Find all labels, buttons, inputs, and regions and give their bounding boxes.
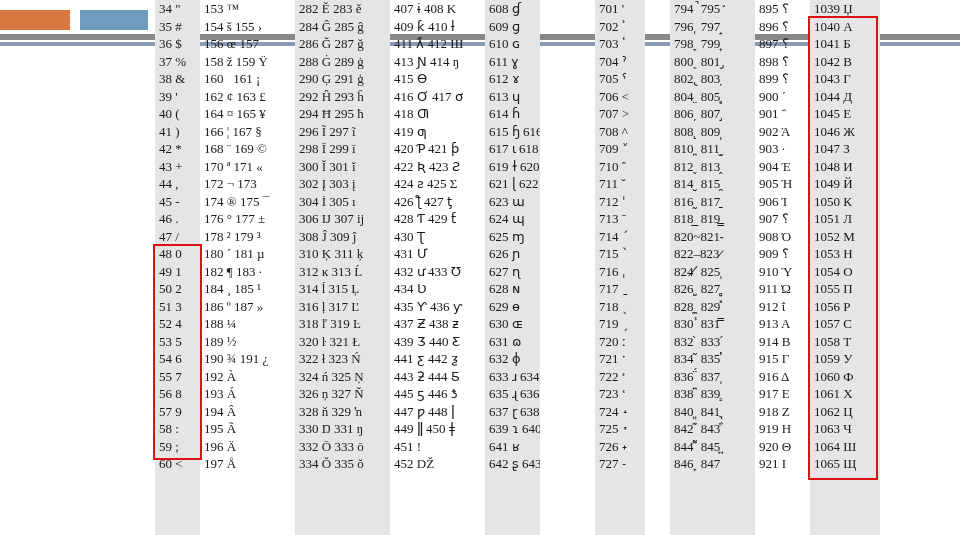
cell-c9-24: 919 Η xyxy=(755,420,810,438)
cell-c9-5: 900 ΄ xyxy=(755,88,810,106)
cell-c6-23: 724 ˔ xyxy=(595,403,645,421)
cell-c5-11 xyxy=(540,193,595,211)
cell-c1-4: 160 161 ¡ xyxy=(200,70,295,88)
cell-c9-11: 906 Ί xyxy=(755,193,810,211)
cell-c1-0: 153 ™ xyxy=(200,0,295,18)
cell-c0-18: 52 4 xyxy=(155,315,200,333)
cell-c10-17: 1056 Р xyxy=(810,298,880,316)
cell-c0-5: 39 ' xyxy=(155,88,200,106)
cell-c1-11: 174 ® 175 ¯ xyxy=(200,193,295,211)
cell-c8-13: 820~821 ̵ xyxy=(670,228,755,246)
cell-c4-1: 609 ɡ xyxy=(485,18,540,36)
cell-c6-20: 721 ˑ xyxy=(595,350,645,368)
cell-c3-26: 452 DŽ xyxy=(390,455,485,473)
cell-c10-1: 1040 А xyxy=(810,18,880,36)
cell-c6-9: 710 ˆ xyxy=(595,158,645,176)
orange-block xyxy=(0,10,70,30)
cell-c1-17: 186 º 187 » xyxy=(200,298,295,316)
cell-c4-9: 619 ɫ 620 ɬ xyxy=(485,158,540,176)
cell-c0-16: 50 2 xyxy=(155,280,200,298)
cell-c10-26: 1065 Щ xyxy=(810,455,880,473)
cell-c0-4: 38 & xyxy=(155,70,200,88)
blue-block-1 xyxy=(80,10,148,30)
cell-c4-10: 621 ɭ 622 ɮ xyxy=(485,175,540,193)
cell-c0-13: 47 / xyxy=(155,228,200,246)
cell-c10-16: 1055 П xyxy=(810,280,880,298)
cell-c2-6: 294 Ħ 295 ħ xyxy=(295,105,390,123)
cell-c5-25 xyxy=(540,438,595,456)
cell-c8-25: 844 ͌ 845 ͍ xyxy=(670,438,755,456)
cell-c3-14: 431 Ư xyxy=(390,245,485,263)
cell-c7-12 xyxy=(645,210,670,228)
cell-c9-21: 916 Δ xyxy=(755,368,810,386)
cell-c1-21: 192 À xyxy=(200,368,295,386)
cell-c9-2: 897 ⸮ xyxy=(755,35,810,53)
cell-c6-16: 717 ˍ xyxy=(595,280,645,298)
col-c9: 895 ⸮896 ⸮897 ⸮898 ⸮899 ⸮900 ΄901 ΅902 Ά… xyxy=(755,0,810,535)
cell-c2-18: 318 ľ 319 Ŀ xyxy=(295,315,390,333)
cell-c9-15: 910 Ύ xyxy=(755,263,810,281)
cell-c4-11: 623 ɯ xyxy=(485,193,540,211)
cell-c5-1 xyxy=(540,18,595,36)
cell-c6-15: 716 ˌ xyxy=(595,263,645,281)
cell-c7-10 xyxy=(645,175,670,193)
cell-c0-12: 46 . xyxy=(155,210,200,228)
cell-c8-17: 828 ̼ 829 ̽ xyxy=(670,298,755,316)
cell-c5-16 xyxy=(540,280,595,298)
cell-c0-10: 44 , xyxy=(155,175,200,193)
cell-c1-20: 190 ¾ 191 ¿ xyxy=(200,350,295,368)
cell-c6-8: 709 ˅ xyxy=(595,140,645,158)
cell-c6-22: 723 ˓ xyxy=(595,385,645,403)
cell-c3-23: 447 ƿ 448 ǀ xyxy=(390,403,485,421)
cell-c10-21: 1060 Ф xyxy=(810,368,880,386)
cell-c6-13: 714 ˊ xyxy=(595,228,645,246)
cell-c10-23: 1062 Ц xyxy=(810,403,880,421)
cell-c3-6: 418 Ƣ xyxy=(390,105,485,123)
cell-c10-22: 1061 Х xyxy=(810,385,880,403)
cell-c1-19: 189 ½ xyxy=(200,333,295,351)
cell-c1-12: 176 ° 177 ± xyxy=(200,210,295,228)
cell-c0-11: 45 - xyxy=(155,193,200,211)
cell-c1-25: 196 Ä xyxy=(200,438,295,456)
cell-c9-25: 920 Θ xyxy=(755,438,810,456)
cell-c1-16: 184 ¸ 185 ¹ xyxy=(200,280,295,298)
col-c0: 34 "35 #36 $37 %38 &39 '40 (41 )42 *43 +… xyxy=(155,0,200,535)
cell-c10-14: 1053 Н xyxy=(810,245,880,263)
cell-c8-18: 830 ̾ 831 ̿ xyxy=(670,315,755,333)
cell-c7-2 xyxy=(645,35,670,53)
cell-c6-19: 720 ː xyxy=(595,333,645,351)
cell-c8-16: 826 ̺ 827 ̻ xyxy=(670,280,755,298)
cell-c5-6 xyxy=(540,105,595,123)
cell-c4-18: 630 ɶ xyxy=(485,315,540,333)
cell-c8-11: 816 ̰ 817 ̱ xyxy=(670,193,755,211)
cell-c3-5: 416 Ơ 417 ơ xyxy=(390,88,485,106)
cell-c5-5 xyxy=(540,88,595,106)
cell-c1-10: 172 ¬ 173 xyxy=(200,175,295,193)
cell-c7-4 xyxy=(645,70,670,88)
cell-c9-26: 921 Ι xyxy=(755,455,810,473)
col-c8: 794 ̚ 795 ̛796 ̜ 797 ̝798 ̞ 799 ̟800 ̠ 8… xyxy=(670,0,755,535)
cell-c4-13: 625 ɱ xyxy=(485,228,540,246)
cell-c0-0: 34 " xyxy=(155,0,200,18)
cell-c10-25: 1064 Ш xyxy=(810,438,880,456)
col-c6: 701 '702 ʾ703 ʿ704 ˀ705 ˁ706 <707 >708 ^… xyxy=(595,0,645,535)
cell-c5-7 xyxy=(540,123,595,141)
cell-c3-9: 422 Ʀ 423 Ƨ xyxy=(390,158,485,176)
cell-c8-5: 804 ̤ 805 ̥ xyxy=(670,88,755,106)
cell-c3-16: 434 Ʋ xyxy=(390,280,485,298)
cell-c7-14 xyxy=(645,245,670,263)
col-c4: 608 ɠ609 ɡ610 ɢ611 ɣ612 ɤ613 ɥ614 ɦ615 ɧ… xyxy=(485,0,540,535)
cell-c8-6: 806 ̦ 807 ̧ xyxy=(670,105,755,123)
cell-c1-18: 188 ¼ xyxy=(200,315,295,333)
cell-c5-4 xyxy=(540,70,595,88)
cell-c8-12: 818 ̲ 819 ̳ xyxy=(670,210,755,228)
cell-c0-22: 56 8 xyxy=(155,385,200,403)
cell-c4-23: 637 ɽ 638 ɾ xyxy=(485,403,540,421)
cell-c4-25: 641 ʁ xyxy=(485,438,540,456)
cell-c2-13: 308 Ĵ 309 ĵ xyxy=(295,228,390,246)
cell-c5-15 xyxy=(540,263,595,281)
cell-c10-0: 1039 Џ xyxy=(810,0,880,18)
cell-c5-0 xyxy=(540,0,595,18)
cell-c2-15: 312 ĸ 313 Ĺ xyxy=(295,263,390,281)
cell-c0-19: 53 5 xyxy=(155,333,200,351)
